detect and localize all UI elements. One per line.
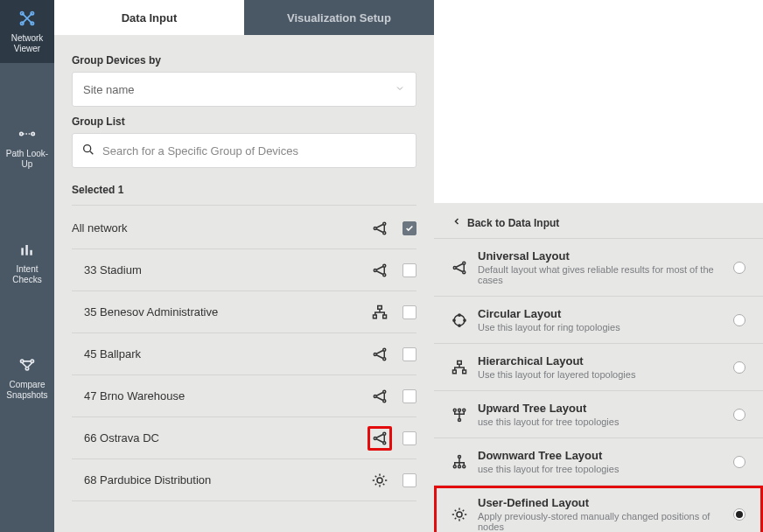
sidebar-item-network-viewer[interactable]: Network Viewer: [0, 0, 54, 63]
svg-point-51: [457, 512, 462, 517]
layout-option-circular[interactable]: Circular LayoutUse this layout for ring …: [434, 297, 763, 344]
svg-point-45: [458, 409, 461, 411]
app-sidebar: Network Viewer Path Look-Up Intent Check…: [0, 0, 54, 532]
topology-icon[interactable]: [368, 468, 392, 493]
svg-point-32: [463, 262, 466, 264]
group-checkbox[interactable]: [402, 221, 416, 235]
svg-point-17: [374, 269, 376, 271]
svg-rect-19: [378, 305, 382, 309]
svg-point-10: [31, 360, 33, 362]
svg-point-47: [458, 455, 461, 458]
tab-visualization-setup[interactable]: Visualization Setup: [244, 0, 434, 35]
svg-point-28: [383, 432, 386, 435]
topology-icon[interactable]: [368, 426, 392, 451]
layout-radio[interactable]: [733, 262, 746, 274]
svg-point-26: [374, 395, 376, 397]
group-row[interactable]: 35 Benesov Administrative: [72, 291, 416, 333]
chevron-down-icon: [395, 83, 405, 96]
group-checkbox[interactable]: [402, 389, 416, 403]
group-row[interactable]: All network: [72, 207, 416, 249]
group-row[interactable]: 68 Pardubice Distribution: [72, 459, 416, 501]
hierarchical-layout-icon: [452, 360, 467, 375]
layout-option-user[interactable]: User-Defined LayoutApply previously-stor…: [434, 486, 763, 532]
topology-icon[interactable]: [368, 300, 392, 325]
layout-text: User-Defined LayoutApply previously-stor…: [478, 496, 723, 532]
sidebar-item-path-lookup[interactable]: Path Look-Up: [0, 116, 54, 178]
svg-point-48: [453, 465, 456, 467]
search-input[interactable]: [102, 144, 407, 158]
layout-title: Hierarchical Layout: [478, 354, 723, 368]
group-list-label: Group List: [72, 116, 416, 128]
search-icon: [81, 143, 95, 159]
group-by-select[interactable]: Site name: [72, 72, 416, 107]
network-viewer-icon: [18, 10, 36, 30]
topology-icon[interactable]: [368, 216, 392, 241]
topology-icon[interactable]: [368, 342, 392, 367]
panel-body: Group Devices by Site name Group List Se…: [54, 35, 434, 532]
group-row[interactable]: 66 Ostrava DC: [72, 417, 416, 459]
group-checkbox[interactable]: [402, 263, 416, 277]
svg-point-46: [463, 409, 466, 411]
sidebar-item-compare-snapshots[interactable]: Compare Snapshots: [0, 346, 54, 410]
sidebar-item-label: Path Look-Up: [2, 149, 52, 170]
topology-icon[interactable]: [368, 258, 392, 283]
svg-point-38: [458, 324, 460, 326]
layout-desc: Use this layout for layered topologies: [478, 369, 723, 380]
svg-point-9: [21, 360, 24, 362]
select-value: Site name: [83, 83, 135, 96]
svg-point-25: [383, 390, 386, 393]
universal-layout-icon: [452, 260, 467, 276]
layout-option-universal[interactable]: Universal LayoutDefault layout what give…: [434, 239, 763, 297]
layout-desc: Apply previously-stored manually changed…: [478, 511, 723, 532]
svg-point-43: [458, 418, 461, 421]
back-label: Back to Data Input: [467, 217, 559, 229]
group-by-label: Group Devices by: [72, 54, 416, 66]
svg-point-23: [374, 353, 376, 355]
group-checkbox[interactable]: [402, 473, 416, 487]
layout-radio[interactable]: [733, 361, 746, 374]
layout-option-up-tree[interactable]: Upward Tree Layoutuse this layout for tr…: [434, 391, 763, 438]
down-tree-layout-icon: [452, 454, 467, 470]
svg-point-50: [463, 465, 466, 467]
svg-point-29: [374, 437, 376, 439]
sidebar-item-intent-checks[interactable]: Intent Checks: [0, 231, 54, 294]
group-checkbox[interactable]: [402, 305, 416, 319]
sidebar-item-label: Intent Checks: [2, 264, 52, 285]
group-name: 47 Brno Warehouse: [72, 389, 368, 402]
layout-radio[interactable]: [733, 314, 746, 326]
path-lookup-icon: [18, 125, 36, 145]
back-to-data-input[interactable]: Back to Data Input: [434, 216, 763, 239]
layout-radio[interactable]: [733, 409, 746, 421]
group-row[interactable]: 47 Brno Warehouse: [72, 375, 416, 417]
group-row[interactable]: 45 Ballpark: [72, 333, 416, 375]
group-checkbox[interactable]: [402, 347, 416, 361]
svg-point-33: [453, 266, 456, 269]
right-side: Back to Data Input Universal LayoutDefau…: [434, 0, 763, 532]
svg-point-39: [453, 318, 455, 320]
circular-layout-icon: [452, 312, 467, 328]
svg-point-11: [25, 367, 28, 369]
layout-radio[interactable]: [733, 456, 746, 468]
layout-desc: use this layout for tree topologies: [478, 464, 723, 474]
group-search[interactable]: [72, 133, 416, 168]
svg-rect-8: [30, 249, 32, 255]
group-row[interactable]: 33 Stadium: [72, 249, 416, 291]
svg-point-27: [383, 399, 386, 402]
sidebar-item-label: Network Viewer: [2, 33, 52, 54]
layout-radio[interactable]: [733, 508, 746, 521]
layout-desc: Default layout what gives reliable resul…: [478, 264, 723, 285]
tab-data-input[interactable]: Data Input: [54, 0, 244, 35]
group-name: 33 Stadium: [72, 263, 368, 276]
layout-text: Universal LayoutDefault layout what give…: [478, 249, 723, 285]
layout-text: Downward Tree Layoutuse this layout for …: [478, 449, 723, 474]
group-name: 35 Benesov Administrative: [72, 305, 368, 318]
svg-point-12: [84, 144, 91, 151]
layout-option-hierarchical[interactable]: Hierarchical LayoutUse this layout for l…: [434, 344, 763, 391]
layout-text: Circular LayoutUse this layout for ring …: [478, 307, 723, 332]
group-checkbox[interactable]: [402, 431, 416, 445]
tabs: Data Input Visualization Setup: [54, 0, 434, 35]
topology-icon[interactable]: [368, 384, 392, 409]
svg-rect-40: [458, 360, 462, 364]
svg-point-4: [20, 132, 23, 135]
layout-option-down-tree[interactable]: Downward Tree Layoutuse this layout for …: [434, 438, 763, 486]
